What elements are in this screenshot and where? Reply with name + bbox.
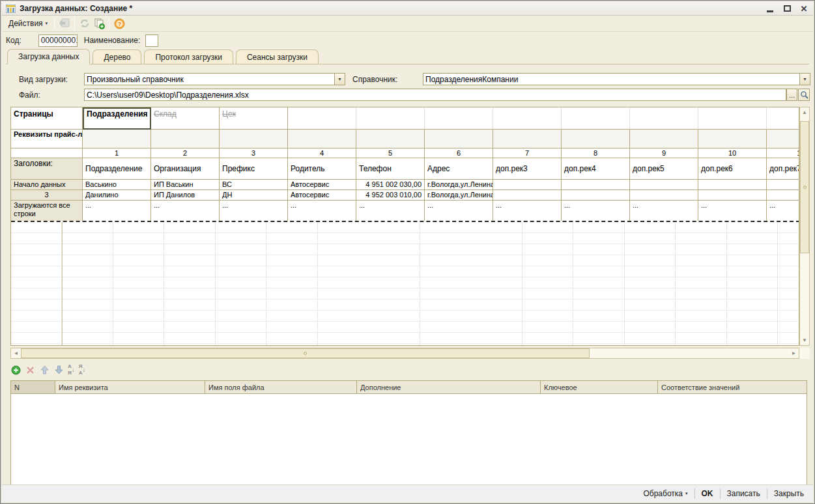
ellipsis-cell[interactable]: ...: [356, 201, 425, 221]
attribute-cell[interactable]: [356, 130, 425, 148]
column-number[interactable]: 11: [767, 148, 799, 158]
file-path-input[interactable]: C:\Users\user09\Desktop\Подразделения.xl…: [84, 89, 786, 101]
ok-button[interactable]: OK: [696, 488, 719, 499]
mapping-table-body[interactable]: [11, 394, 807, 484]
attribute-cell[interactable]: [220, 130, 288, 148]
data-cell[interactable]: г.Вологда,ул.Ленина,д.7: [425, 180, 493, 190]
data-cell[interactable]: 4 952 003 010,00: [356, 190, 425, 201]
load-type-combobox[interactable]: Произвольный справочник ▼: [84, 73, 345, 85]
column-header-addition[interactable]: Дополнение: [357, 381, 541, 393]
ellipsis-cell[interactable]: ...: [562, 201, 630, 221]
data-cell[interactable]: [630, 190, 698, 201]
header-cell[interactable]: Организация: [151, 158, 220, 180]
column-number[interactable]: 4: [288, 148, 356, 158]
data-cell[interactable]: [767, 190, 799, 201]
data-cell[interactable]: Васькино: [83, 180, 151, 190]
ellipsis-cell[interactable]: ...: [767, 201, 799, 221]
ellipsis-cell[interactable]: ...: [425, 201, 493, 221]
column-number[interactable]: 8: [562, 148, 630, 158]
header-cell[interactable]: Телефон: [356, 158, 425, 180]
scroll-up-arrow[interactable]: ▲: [800, 107, 809, 117]
name-input[interactable]: [145, 35, 158, 47]
vertical-scrollbar[interactable]: ▲ ▼: [799, 107, 810, 346]
header-cell[interactable]: Подразделение: [83, 158, 151, 180]
refresh-icon[interactable]: [79, 18, 91, 29]
tab-data-load[interactable]: Загрузка данных: [7, 49, 90, 64]
column-number[interactable]: 1: [83, 148, 151, 158]
copy-add-icon[interactable]: [93, 18, 105, 29]
mapping-table[interactable]: N Имя реквизита Имя поля файла Дополнени…: [10, 380, 807, 485]
ellipsis-cell[interactable]: ...: [493, 201, 562, 221]
header-cell[interactable]: доп.рек7: [767, 158, 799, 180]
data-cell[interactable]: [767, 180, 799, 190]
page-cell-empty[interactable]: [698, 107, 767, 130]
delete-row-icon[interactable]: [25, 365, 35, 375]
data-cell[interactable]: [562, 190, 630, 201]
help-icon[interactable]: ?: [113, 18, 125, 29]
horizontal-scrollbar[interactable]: ◄ ►: [10, 348, 799, 359]
attribute-cell[interactable]: [562, 130, 630, 148]
file-search-button[interactable]: [798, 89, 810, 101]
data-cell[interactable]: ВС: [220, 180, 288, 190]
column-number[interactable]: 2: [151, 148, 220, 158]
data-cell[interactable]: г.Вологда,ул.Ленина,д.7: [425, 190, 493, 201]
ellipsis-cell[interactable]: ...: [288, 201, 356, 221]
ellipsis-cell[interactable]: ...: [220, 201, 288, 221]
page-cell-empty[interactable]: [288, 107, 356, 130]
data-cell[interactable]: [562, 180, 630, 190]
scroll-left-arrow[interactable]: ◄: [11, 348, 21, 358]
close-form-button[interactable]: Закрыть: [769, 488, 809, 499]
page-cell-selected[interactable]: Подразделения: [83, 107, 151, 130]
ellipsis-cell[interactable]: ...: [698, 201, 767, 221]
column-number[interactable]: 10: [698, 148, 767, 158]
data-cell[interactable]: [493, 180, 562, 190]
scroll-track[interactable]: [590, 348, 789, 358]
page-cell-empty[interactable]: [356, 107, 425, 130]
data-cell[interactable]: [630, 180, 698, 190]
attribute-cell[interactable]: [630, 130, 698, 148]
column-number[interactable]: 6: [425, 148, 493, 158]
column-number[interactable]: 7: [493, 148, 562, 158]
close-button[interactable]: ✕: [799, 4, 809, 13]
page-cell-excluded[interactable]: Склад: [151, 107, 220, 130]
move-up-icon[interactable]: [39, 365, 50, 375]
page-cell-empty[interactable]: [767, 107, 799, 130]
scroll-down-arrow[interactable]: ▼: [800, 335, 809, 345]
column-number[interactable]: 9: [630, 148, 698, 158]
scroll-right-arrow[interactable]: ►: [789, 348, 799, 358]
attribute-cell[interactable]: [698, 130, 767, 148]
data-cell[interactable]: ДН: [220, 190, 288, 201]
actions-menu-button[interactable]: Действия ▾: [5, 18, 51, 29]
data-cell[interactable]: [698, 180, 767, 190]
horizontal-scroll-thumb[interactable]: [21, 348, 590, 358]
reread-icon[interactable]: [59, 18, 70, 29]
move-down-icon[interactable]: [53, 365, 64, 375]
price-list-spreadsheet[interactable]: Страницы Подразделения Склад Цех Реквизи…: [10, 107, 799, 346]
header-cell[interactable]: доп.рек5: [630, 158, 698, 180]
column-header-key[interactable]: Ключевое: [541, 381, 658, 393]
sort-descending-icon[interactable]: ЯА ↓: [79, 363, 86, 376]
column-header-file-field[interactable]: Имя поля файла: [205, 381, 357, 393]
header-cell[interactable]: Префикс: [220, 158, 288, 180]
header-cell[interactable]: доп.рек3: [493, 158, 562, 180]
load-type-value[interactable]: Произвольный справочник: [84, 73, 334, 85]
data-cell[interactable]: ИП Васькин: [151, 180, 220, 190]
ellipsis-cell[interactable]: ...: [151, 201, 220, 221]
ellipsis-cell[interactable]: ...: [630, 201, 698, 221]
header-cell[interactable]: Родитель: [288, 158, 356, 180]
page-cell-empty[interactable]: [630, 107, 698, 130]
page-cell-empty[interactable]: [562, 107, 630, 130]
maximize-button[interactable]: [782, 4, 792, 13]
vertical-scroll-thumb[interactable]: [800, 121, 809, 253]
save-button[interactable]: Записать: [722, 488, 765, 499]
attribute-cell[interactable]: [83, 130, 151, 148]
header-cell[interactable]: Адрес: [425, 158, 493, 180]
header-cell[interactable]: доп.рек6: [698, 158, 767, 180]
code-input[interactable]: 000000001: [38, 35, 78, 47]
attribute-cell[interactable]: [493, 130, 562, 148]
tab-load-sessions[interactable]: Сеансы загрузки: [236, 49, 319, 64]
header-cell[interactable]: доп.рек4: [562, 158, 630, 180]
ellipsis-cell[interactable]: ...: [83, 201, 151, 221]
column-number[interactable]: 3: [220, 148, 288, 158]
sort-ascending-icon[interactable]: АЯ ↓: [68, 363, 75, 376]
